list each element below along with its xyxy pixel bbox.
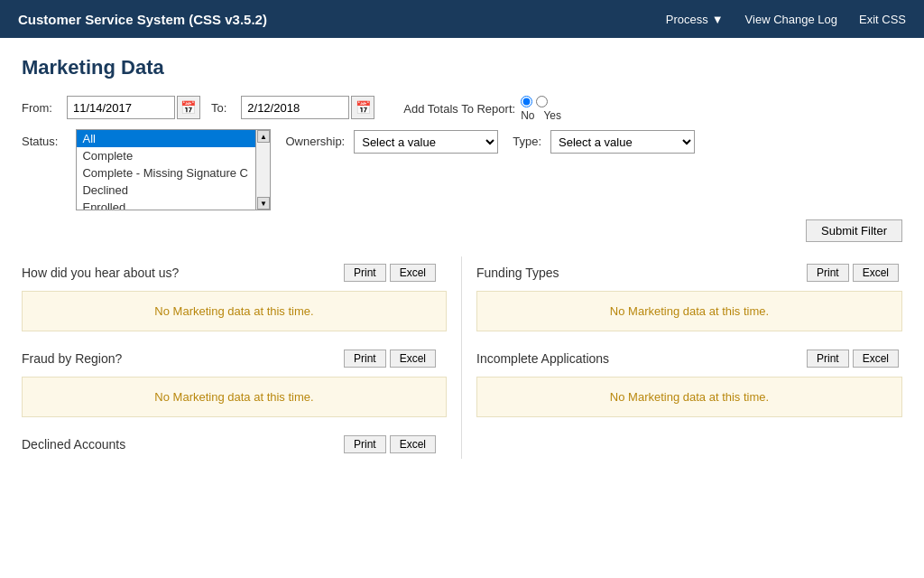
report-header-incomplete-apps: Incomplete Applications Print Excel <box>466 342 902 373</box>
main-content: Marketing Data From: 📅 To: 📅 Add Totals … <box>0 38 924 477</box>
status-scrollbar: ▲ ▼ <box>256 129 271 210</box>
exit-css-link[interactable]: Exit CSS <box>859 13 906 26</box>
excel-button-fraud-region[interactable]: Excel <box>390 350 436 368</box>
to-date-group: 📅 <box>241 96 374 119</box>
reports-grid: How did you hear about us? Print Excel N… <box>22 256 902 459</box>
totals-yes-radio[interactable] <box>536 96 548 107</box>
report-title-how-hear: How did you hear about us? <box>22 266 179 280</box>
report-title-declined-accounts: Declined Accounts <box>22 437 125 452</box>
print-button-funding-types[interactable]: Print <box>807 264 849 282</box>
report-btns-fraud-region: Print Excel <box>344 350 436 368</box>
status-filter-row: Status: All Complete Complete - Missing … <box>22 129 902 210</box>
report-section-how-hear: How did you hear about us? Print Excel N… <box>22 256 462 342</box>
scroll-up-btn[interactable]: ▲ <box>257 130 270 143</box>
header-nav: Process ▼ View Change Log Exit CSS <box>666 13 906 26</box>
report-title-funding-types: Funding Types <box>476 266 559 280</box>
status-listbox-wrapper: All Complete Complete - Missing Signatur… <box>76 129 271 210</box>
report-header-how-hear: How did you hear about us? Print Excel <box>22 256 447 287</box>
status-option-complete-missing[interactable]: Complete - Missing Signature C <box>77 164 255 182</box>
from-calendar-icon[interactable]: 📅 <box>177 96 200 119</box>
filter-section: From: 📅 To: 📅 Add Totals To Report: <box>22 96 902 210</box>
report-section-declined-accounts: Declined Accounts Print Excel <box>22 428 462 459</box>
totals-radio-row <box>521 96 561 107</box>
no-data-fraud-region: No Marketing data at this time. <box>22 377 447 417</box>
no-data-funding-types: No Marketing data at this time. <box>476 291 902 331</box>
excel-button-funding-types[interactable]: Excel <box>853 264 899 282</box>
type-select-wrapper: Select a value <box>550 130 695 154</box>
report-title-incomplete-apps: Incomplete Applications <box>476 351 609 366</box>
totals-no-radio[interactable] <box>521 96 532 107</box>
status-option-enrolled[interactable]: Enrolled <box>77 199 255 210</box>
type-label: Type: <box>513 129 541 154</box>
excel-button-how-hear[interactable]: Excel <box>390 264 436 282</box>
excel-button-incomplete-apps[interactable]: Excel <box>853 350 899 368</box>
report-btns-declined-accounts: Print Excel <box>344 435 436 453</box>
status-option-all[interactable]: All <box>77 130 255 147</box>
report-btns-how-hear: Print Excel <box>344 264 436 282</box>
report-btns-funding-types: Print Excel <box>807 264 899 282</box>
from-date-group: 📅 <box>67 96 200 119</box>
to-calendar-icon[interactable]: 📅 <box>351 96 374 119</box>
status-label: Status: <box>22 129 58 154</box>
type-select[interactable]: Select a value <box>550 130 695 154</box>
totals-no-label[interactable]: No <box>521 109 534 122</box>
totals-radio-group: No Yes <box>521 96 561 122</box>
add-totals-label: Add Totals To Report: <box>403 102 515 116</box>
add-totals-group: Add Totals To Report: No Yes <box>403 96 561 122</box>
no-data-how-hear: No Marketing data at this time. <box>22 291 447 331</box>
print-button-how-hear[interactable]: Print <box>344 264 386 282</box>
report-section-fraud-region: Fraud by Region? Print Excel No Marketin… <box>22 342 462 428</box>
status-option-complete[interactable]: Complete <box>77 147 255 164</box>
from-date-input[interactable] <box>67 96 175 119</box>
print-button-incomplete-apps[interactable]: Print <box>807 350 849 368</box>
app-title: Customer Service System (CSS v3.5.2) <box>18 12 267 27</box>
scroll-down-btn[interactable]: ▼ <box>257 197 270 210</box>
from-label: From: <box>22 96 52 121</box>
date-filter-row: From: 📅 To: 📅 Add Totals To Report: <box>22 96 902 122</box>
ownership-select-wrapper: Select a value <box>354 130 498 154</box>
ownership-label: Ownership: <box>285 129 345 154</box>
no-data-incomplete-apps: No Marketing data at this time. <box>476 377 902 417</box>
status-listbox[interactable]: All Complete Complete - Missing Signatur… <box>76 129 256 210</box>
totals-radio-labels: No Yes <box>521 109 561 122</box>
process-menu[interactable]: Process ▼ <box>666 13 724 26</box>
report-title-fraud-region: Fraud by Region? <box>22 351 122 366</box>
report-header-funding-types: Funding Types Print Excel <box>466 256 902 287</box>
excel-button-declined-accounts[interactable]: Excel <box>390 435 436 453</box>
ownership-select[interactable]: Select a value <box>354 130 498 154</box>
report-header-declined-accounts: Declined Accounts Print Excel <box>22 428 447 459</box>
page-title: Marketing Data <box>22 56 902 79</box>
status-option-declined[interactable]: Declined <box>77 182 255 199</box>
report-section-funding-types: Funding Types Print Excel No Marketing d… <box>462 256 902 342</box>
submit-filter-button[interactable]: Submit Filter <box>806 219 902 242</box>
totals-yes-label[interactable]: Yes <box>543 109 561 122</box>
view-change-log-link[interactable]: View Change Log <box>745 13 837 26</box>
report-header-fraud-region: Fraud by Region? Print Excel <box>22 342 447 373</box>
to-date-input[interactable] <box>241 96 349 119</box>
report-btns-incomplete-apps: Print Excel <box>807 350 899 368</box>
report-section-empty <box>462 428 902 459</box>
app-header: Customer Service System (CSS v3.5.2) Pro… <box>0 0 924 38</box>
submit-row: Submit Filter <box>22 219 902 242</box>
ownership-group: Ownership: Select a value <box>285 129 498 154</box>
print-button-fraud-region[interactable]: Print <box>344 350 386 368</box>
to-label: To: <box>211 96 226 121</box>
report-section-incomplete-apps: Incomplete Applications Print Excel No M… <box>462 342 902 428</box>
print-button-declined-accounts[interactable]: Print <box>344 435 386 453</box>
type-group: Type: Select a value <box>513 129 695 154</box>
